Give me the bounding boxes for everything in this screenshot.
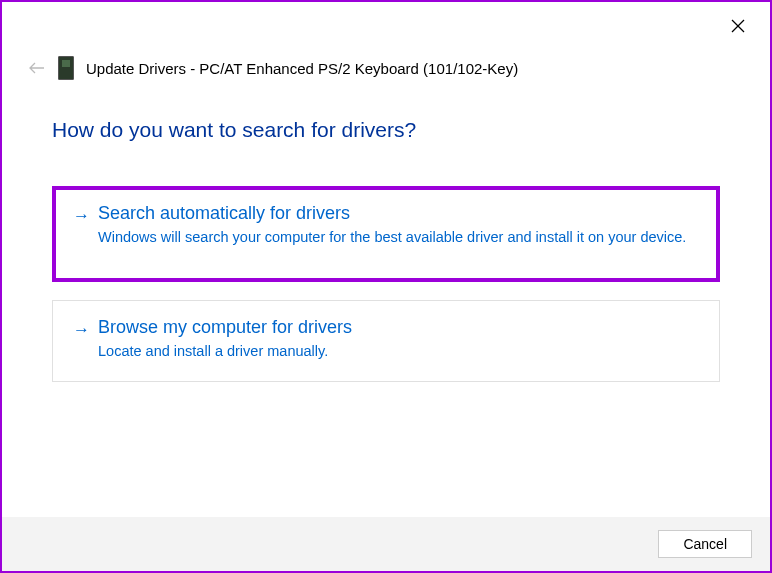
cancel-button[interactable]: Cancel [658, 530, 752, 558]
option-browse-computer[interactable]: → Browse my computer for drivers Locate … [52, 300, 720, 383]
close-button[interactable] [728, 16, 748, 36]
dialog-title: Update Drivers - PC/AT Enhanced PS/2 Key… [86, 60, 518, 77]
option-title: Browse my computer for drivers [98, 317, 699, 338]
back-button[interactable] [28, 59, 46, 77]
arrow-right-icon: → [73, 203, 90, 229]
question-heading: How do you want to search for drivers? [52, 118, 720, 142]
back-arrow-icon [29, 62, 45, 74]
arrow-right-icon: → [73, 317, 90, 343]
device-icon [58, 56, 74, 80]
option-search-automatically[interactable]: → Search automatically for drivers Windo… [52, 186, 720, 282]
option-description: Locate and install a driver manually. [98, 342, 699, 362]
dialog-footer: Cancel [2, 517, 770, 571]
option-description: Windows will search your computer for th… [98, 228, 699, 248]
close-icon [731, 19, 745, 33]
dialog-header: Update Drivers - PC/AT Enhanced PS/2 Key… [2, 2, 770, 80]
option-title: Search automatically for drivers [98, 203, 699, 224]
dialog-content: How do you want to search for drivers? →… [2, 80, 770, 382]
